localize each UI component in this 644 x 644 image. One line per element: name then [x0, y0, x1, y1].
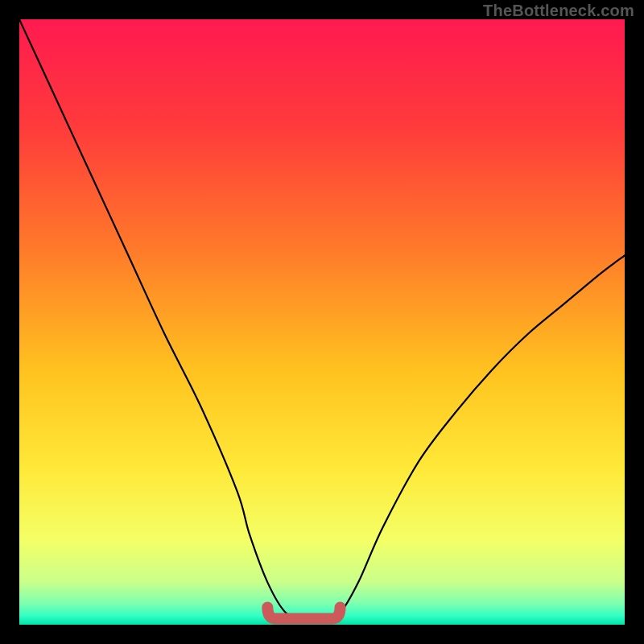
chart-frame: TheBottleneck.com: [0, 0, 644, 644]
chart-background-gradient: [19, 19, 625, 625]
watermark-label: TheBottleneck.com: [483, 2, 634, 20]
chart-svg: [19, 19, 625, 625]
chart-plot-area: [19, 19, 625, 625]
